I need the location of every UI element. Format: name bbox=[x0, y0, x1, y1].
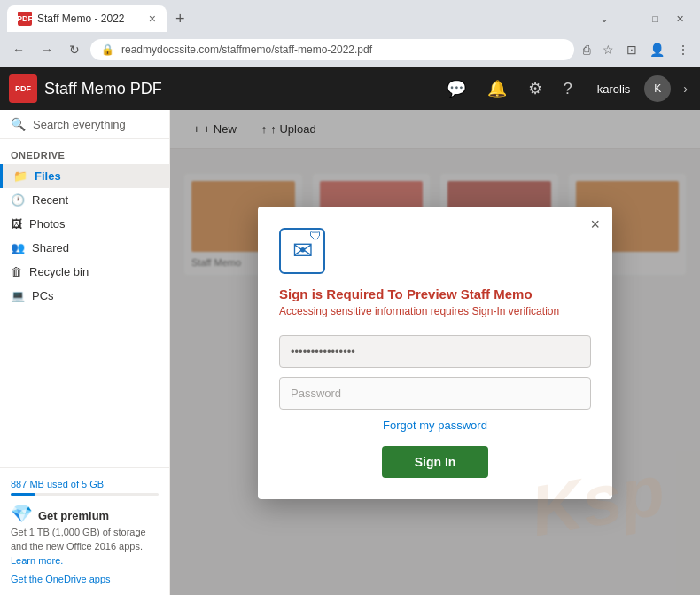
chat-icon[interactable]: 💬 bbox=[438, 74, 475, 104]
avatar[interactable]: K bbox=[644, 75, 671, 102]
address-bar-actions: ⎙ ☆ ⊡ 👤 ⋮ bbox=[579, 39, 693, 60]
item-text: Photos bbox=[29, 217, 65, 231]
sidebar-section: OneDrive 📁 Files 🕐 Recent 🖼 Photos 👥 Sha… bbox=[0, 139, 169, 315]
item-text: Shared bbox=[32, 241, 69, 254]
recycle-icon: 🗑 bbox=[11, 265, 22, 278]
diamond-icon: 💎 bbox=[11, 503, 33, 524]
modal-close-button[interactable]: × bbox=[590, 215, 600, 234]
active-tab[interactable]: PDF Staff Memo - 2022 × bbox=[7, 5, 167, 32]
item-text: Recent bbox=[32, 193, 68, 207]
storage-fill bbox=[11, 493, 35, 496]
back-button[interactable]: ← bbox=[7, 39, 30, 60]
sidebar-item-pcs[interactable]: 💻 PCs bbox=[0, 284, 169, 308]
modal-icon: ✉ 🛡 bbox=[279, 228, 325, 274]
item-text: PCs bbox=[32, 289, 54, 302]
sign-in-modal: × ✉ 🛡 Sign is Required To Preview Staff … bbox=[258, 207, 612, 499]
learn-more-link[interactable]: Learn more. bbox=[11, 555, 63, 566]
profile-icon[interactable]: 👤 bbox=[646, 39, 668, 60]
sidebar-item-photos[interactable]: 🖼 Photos bbox=[0, 212, 169, 236]
search-text: Search everything bbox=[33, 118, 126, 131]
browser-chrome: PDF Staff Memo - 2022 × + ⌄ — □ ✕ ← → ↻ … bbox=[0, 0, 700, 67]
sidebar-item-shared[interactable]: 👥 Shared bbox=[0, 236, 169, 260]
shield-icon: 🛡 bbox=[309, 229, 322, 243]
bell-icon[interactable]: 🔔 bbox=[478, 74, 516, 104]
sidebar-item-recent[interactable]: 🕐 Recent bbox=[0, 188, 169, 212]
modal-icon-inner: ✉ 🛡 bbox=[292, 236, 313, 265]
address-bar: 🔒 readmydocssite.com/staffmemo/staff-mem… bbox=[90, 39, 574, 60]
premium-title: Get premium bbox=[38, 509, 109, 522]
item-text: Files bbox=[35, 169, 61, 183]
sidebar-toggle-icon[interactable]: ⊡ bbox=[623, 39, 641, 60]
star-icon[interactable]: ☆ bbox=[599, 39, 618, 60]
sidebar: 🔍 Search everything OneDrive 📁 Files 🕐 R… bbox=[0, 110, 170, 595]
photos-icon: 🖼 bbox=[11, 217, 22, 231]
shared-icon: 👥 bbox=[11, 241, 25, 254]
tab-title: Staff Memo - 2022 bbox=[37, 12, 144, 25]
forgot-password-link[interactable]: Forgot my password bbox=[279, 419, 591, 432]
tab-bar: PDF Staff Memo - 2022 × + ⌄ — □ ✕ bbox=[0, 0, 700, 32]
modal-subtitle: Accessing sensitive information requires… bbox=[279, 305, 591, 317]
window-controls: ⌄ — □ ✕ bbox=[593, 10, 693, 28]
tab-close-icon[interactable]: × bbox=[149, 12, 156, 25]
storage-bar bbox=[11, 493, 159, 496]
storage-section: 887 MB used of 5 GB 💎 Get premium Get 1 … bbox=[0, 467, 169, 595]
app-title: Staff Memo PDF bbox=[44, 80, 162, 98]
search-icon: 🔍 bbox=[11, 117, 26, 131]
search-bar[interactable]: 🔍 Search everything bbox=[0, 110, 169, 139]
app-logo: PDF Staff Memo PDF bbox=[9, 74, 429, 103]
share-icon[interactable]: ⎙ bbox=[579, 39, 594, 60]
expand-icon: › bbox=[680, 82, 691, 96]
sidebar-item-recycle-bin[interactable]: 🗑 Recycle bin bbox=[0, 260, 169, 284]
recent-icon: 🕐 bbox=[11, 193, 25, 207]
address-bar-row: ← → ↻ 🔒 readmydocssite.com/staffmemo/sta… bbox=[0, 32, 700, 67]
modal-overlay: × ✉ 🛡 Sign is Required To Preview Staff … bbox=[170, 110, 700, 595]
storage-used-text: 887 MB used of 5 GB bbox=[11, 479, 159, 489]
username: karolis bbox=[597, 82, 631, 96]
header-icons: 💬 🔔 ⚙ ? bbox=[438, 74, 581, 104]
files-icon: 📁 bbox=[13, 169, 27, 183]
pdf-icon: PDF bbox=[9, 74, 37, 103]
maximize-button[interactable]: □ bbox=[643, 10, 667, 27]
refresh-button[interactable]: ↻ bbox=[64, 39, 85, 60]
forward-button[interactable]: → bbox=[35, 39, 58, 60]
get-apps-link[interactable]: Get the OneDrive apps bbox=[11, 574, 159, 584]
pcs-icon: 💻 bbox=[11, 289, 25, 302]
close-button[interactable]: ✕ bbox=[667, 10, 693, 28]
main-area: 🔍 Search everything OneDrive 📁 Files 🕐 R… bbox=[0, 110, 700, 595]
new-tab-button[interactable]: + bbox=[170, 8, 191, 30]
help-icon[interactable]: ? bbox=[555, 74, 581, 104]
minimize-button[interactable]: — bbox=[616, 10, 643, 27]
gear-icon[interactable]: ⚙ bbox=[519, 74, 551, 104]
modal-title: Sign is Required To Preview Staff Memo bbox=[279, 286, 591, 301]
sign-in-button[interactable]: Sign In bbox=[382, 446, 488, 478]
tab-favicon: PDF bbox=[18, 12, 32, 26]
item-text: Recycle bin bbox=[29, 265, 89, 278]
section-label: OneDrive bbox=[0, 146, 169, 164]
app-header: PDF Staff Memo PDF 💬 🔔 ⚙ ? karolis K › bbox=[0, 67, 700, 110]
premium-desc: Get 1 TB (1,000 GB) of storage and the n… bbox=[11, 526, 159, 553]
lock-icon: 🔒 bbox=[101, 43, 114, 56]
sidebar-item-files[interactable]: 📁 Files bbox=[0, 164, 169, 188]
address-url[interactable]: readmydocssite.com/staffmemo/staff-memo-… bbox=[121, 43, 564, 56]
content-area: + + New ↑ ↑ Upload Staff Memo Document R… bbox=[170, 110, 700, 595]
password-field[interactable] bbox=[279, 377, 591, 410]
chevron-down-icon: ⌄ bbox=[593, 12, 616, 25]
menu-icon[interactable]: ⋮ bbox=[673, 39, 693, 60]
email-field[interactable] bbox=[279, 335, 591, 368]
